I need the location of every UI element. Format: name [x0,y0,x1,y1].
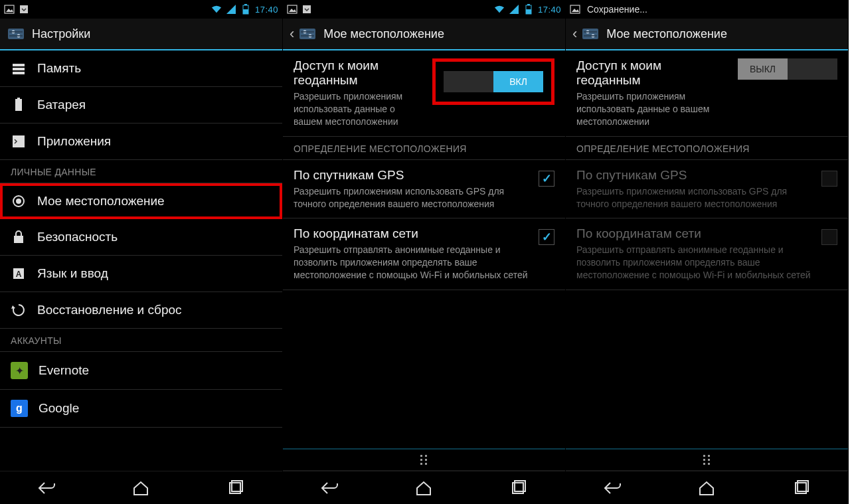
location-access-toggle[interactable]: ВКЛ [444,71,543,92]
pref-title: По спутникам GPS [576,168,812,183]
picture-icon [570,4,580,15]
pref-subtitle: Разрешить приложениям использовать данны… [294,90,423,128]
back-icon[interactable]: ‹ [290,25,294,42]
nav-home-button[interactable] [687,476,726,500]
location-icon [11,193,27,209]
clock-time: 17:40 [538,5,561,15]
status-bar: 17:40 [0,0,282,19]
screen-location-off: Сохранение... ‹ Мое местоположение Досту… [566,0,849,504]
svg-rect-17 [13,135,25,147]
pref-title: По координатам сети [294,226,529,241]
svg-rect-11 [9,35,23,37]
svg-rect-13 [13,68,25,70]
svg-rect-9 [9,31,23,33]
settings-item-evernote[interactable]: ✦ Evernote [0,352,282,390]
wifi-icon [494,4,505,15]
memory-icon [11,60,27,76]
network-checkbox[interactable] [539,229,554,245]
app-header: Настройки [0,19,282,50]
settings-item-location[interactable]: Мое местоположение [0,183,282,219]
svg-point-19 [16,199,21,204]
nav-recent-button[interactable] [498,476,538,500]
page-title: Настройки [32,27,90,41]
pref-subtitle: Разрешить приложениям использовать данны… [576,90,728,128]
navigation-bar [0,471,282,504]
settings-item-apps[interactable]: Приложения [0,124,282,160]
status-bar: 17:40 [283,0,565,19]
signal-icon [226,4,236,15]
picture-icon [4,4,15,15]
location-access-toggle[interactable]: ВЫКЛ [738,58,837,80]
pref-subtitle: Разрешить приложениям использовать GPS д… [294,185,529,210]
settings-item-language[interactable]: A Язык и ввод [0,256,282,292]
svg-rect-12 [13,64,25,66]
status-bar: Сохранение... [566,0,848,19]
location-settings[interactable]: Доступ к моим геоданным Разрешить прилож… [566,50,848,448]
nav-recent-button[interactable] [215,476,255,500]
google-icon: g [11,400,28,417]
screen-location-on: 17:40 ‹ Мое местоположение Доступ к моим… [283,0,566,504]
pref-subtitle: Разрешить приложениям использовать GPS д… [576,185,812,210]
nav-home-button[interactable] [404,476,444,500]
settings-item-google[interactable]: g Google [0,390,282,428]
signal-icon [509,4,519,15]
navigation-bar [566,471,848,504]
svg-rect-42 [582,29,598,39]
page-title: Мое местоположение [323,27,444,41]
settings-item-security[interactable]: Безопасность [0,219,282,256]
menu-indicator[interactable] [283,450,565,471]
svg-text:A: A [16,270,22,279]
clock-time: 17:40 [255,5,278,15]
pref-gps[interactable]: По спутникам GPS Разрешить приложениям и… [283,160,565,219]
svg-rect-28 [303,5,311,13]
download-icon [301,4,312,15]
svg-marker-23 [11,305,15,309]
settings-item-label: Восстановление и сброс [37,303,182,317]
pref-location-access[interactable]: Доступ к моим геоданным Разрешить прилож… [566,50,848,137]
settings-icon [298,25,317,43]
menu-indicator[interactable] [566,450,848,471]
settings-list[interactable]: Память Батарея Приложения ЛИЧНЫЕ ДАННЫЕ … [0,50,282,471]
settings-item-memory[interactable]: Память [0,50,282,87]
evernote-icon: ✦ [11,362,28,379]
settings-item-label: Google [39,401,79,416]
svg-rect-20 [14,236,23,243]
svg-rect-32 [527,4,530,5]
settings-item-label: Память [37,61,81,76]
nav-back-button[interactable] [27,476,67,500]
nav-home-button[interactable] [121,476,161,500]
pref-title: По координатам сети [576,226,812,241]
pref-title: По спутникам GPS [294,168,529,183]
location-settings[interactable]: Доступ к моим геоданным Разрешить прилож… [283,50,565,448]
svg-marker-1 [6,9,13,12]
nav-back-button[interactable] [593,476,633,500]
app-header: ‹ Мое местоположение [566,19,848,50]
wifi-icon [211,4,222,15]
nav-back-button[interactable] [310,476,350,500]
settings-item-battery[interactable]: Батарея [0,87,282,124]
pref-title: Доступ к моим геоданным [576,58,728,88]
svg-rect-2 [20,5,28,13]
section-personal-data: ЛИЧНЫЕ ДАННЫЕ [0,160,282,183]
settings-item-label: Мое местоположение [37,194,165,209]
battery-settings-icon [11,97,27,113]
svg-rect-16 [17,98,20,99]
section-accounts: АККАУНТЫ [0,329,282,352]
svg-rect-37 [301,35,314,37]
settings-item-label: Язык и ввод [37,266,108,281]
pref-location-access[interactable]: Доступ к моим геоданным Разрешить прилож… [283,50,565,137]
pref-network-location[interactable]: По координатам сети Разрешить отправлять… [283,218,565,290]
svg-rect-14 [13,72,25,74]
svg-rect-44 [584,31,597,33]
lock-icon [11,229,27,245]
back-icon[interactable]: ‹ [572,25,577,42]
saving-toast: Сохранение... [587,4,647,15]
navigation-bar [283,471,565,504]
screen-settings: 17:40 Настройки Память Батарея Приложени… [0,0,283,504]
pref-network-location: По координатам сети Разрешить отправлять… [566,218,848,290]
nav-recent-button[interactable] [781,476,821,500]
battery-icon [523,4,534,15]
svg-marker-27 [289,9,296,12]
gps-checkbox[interactable] [539,171,554,187]
settings-item-backup[interactable]: Восстановление и сброс [0,292,282,329]
